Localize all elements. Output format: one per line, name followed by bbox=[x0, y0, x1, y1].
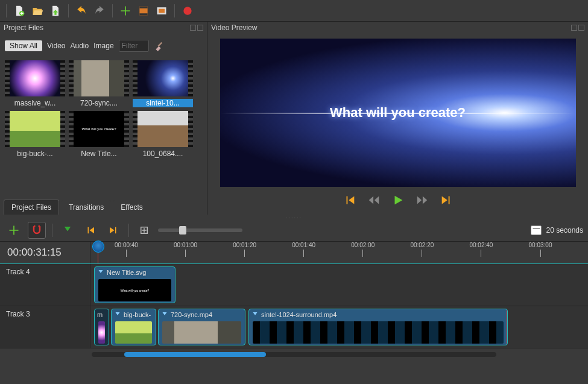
clip-sintel[interactable]: sintel-1024-surround.mp4 bbox=[248, 309, 508, 345]
fast-forward-button[interactable] bbox=[415, 193, 429, 207]
timeline-ruler[interactable]: 00:00:4000:01:0000:01:2000:01:4000:02:00… bbox=[90, 242, 588, 263]
svg-rect-7 bbox=[157, 42, 162, 46]
horizontal-splitter[interactable]: ······ bbox=[0, 215, 588, 219]
clip-label: New Title.svg bbox=[107, 269, 146, 276]
add-track-button[interactable] bbox=[5, 222, 23, 239]
thumb-label: massive_w... bbox=[5, 99, 65, 107]
playhead[interactable] bbox=[98, 242, 98, 263]
clip-label: sintel-1024-surround.mp4 bbox=[261, 311, 337, 318]
thumb-label: New Title... bbox=[69, 150, 129, 158]
filter-audio[interactable]: Audio bbox=[71, 42, 89, 50]
new-project-button[interactable] bbox=[11, 3, 27, 19]
clip-720-sync[interactable]: 720-sync.mp4 bbox=[158, 309, 245, 345]
clip-thumbnail bbox=[115, 321, 152, 344]
clip-label: big-buck- bbox=[124, 311, 151, 318]
snapping-toggle[interactable] bbox=[28, 222, 46, 239]
project-file-thumb-3[interactable]: big-buck-... bbox=[5, 111, 65, 158]
clip-thumbnail bbox=[162, 321, 241, 344]
thumb-label: big-buck-... bbox=[5, 150, 65, 158]
dock-controls-left[interactable] bbox=[190, 25, 203, 31]
thumb-label: 720-sync.... bbox=[69, 99, 129, 107]
project-file-thumb-0[interactable]: massive_w... bbox=[5, 60, 65, 107]
dock-controls-right[interactable] bbox=[571, 25, 584, 31]
ruler-tick-label: 00:03:00 bbox=[529, 242, 552, 248]
ruler-tick-label: 00:02:20 bbox=[410, 242, 434, 248]
tab-transitions[interactable]: Transitions bbox=[62, 200, 111, 215]
project-file-thumb-5[interactable]: 100_0684.... bbox=[133, 111, 193, 158]
project-files-title: Project Files bbox=[4, 24, 43, 32]
clip-thumbnail bbox=[98, 321, 105, 344]
save-project-button[interactable] bbox=[48, 3, 63, 19]
center-playhead-button[interactable] bbox=[135, 222, 153, 239]
ruler-tick-label: 00:00:40 bbox=[115, 242, 138, 248]
track-body-3[interactable]: m big-buck- 720-sync.mp4 sintel-1024-sur… bbox=[90, 306, 588, 348]
clip-label: m bbox=[97, 311, 103, 318]
ruler-tick-label: 00:02:40 bbox=[469, 242, 493, 248]
jump-start-button[interactable] bbox=[343, 193, 357, 207]
zoom-unit-selector[interactable] bbox=[531, 225, 542, 235]
preview-overlay-text: What will you create? bbox=[330, 105, 466, 121]
next-marker-button[interactable] bbox=[104, 222, 122, 239]
thumb-label: 100_0684.... bbox=[133, 150, 193, 158]
video-preview-title: Video Preview bbox=[211, 24, 258, 32]
clip-thumbnail bbox=[253, 321, 504, 344]
clip-massive[interactable]: m bbox=[94, 309, 109, 345]
clear-filter-icon[interactable] bbox=[154, 39, 166, 53]
ruler-tick-label: 00:01:40 bbox=[292, 242, 315, 248]
project-file-thumb-1[interactable]: 720-sync.... bbox=[69, 60, 129, 107]
svg-rect-2 bbox=[139, 6, 147, 8]
track-body-4[interactable]: New Title.svg What will you create? bbox=[90, 264, 588, 306]
open-project-button[interactable] bbox=[30, 3, 45, 19]
filter-image[interactable]: Image bbox=[93, 42, 113, 50]
ruler-tick-label: 00:01:00 bbox=[174, 242, 197, 248]
export-video-button[interactable] bbox=[180, 3, 195, 19]
ruler-tick-label: 00:02:00 bbox=[351, 242, 375, 248]
choose-profile-button[interactable] bbox=[136, 3, 151, 19]
import-files-button[interactable] bbox=[118, 3, 133, 19]
thumb-label: sintel-10... bbox=[133, 99, 193, 107]
rewind-button[interactable] bbox=[367, 193, 381, 207]
tab-effects[interactable]: Effects bbox=[113, 200, 150, 215]
track-header-3[interactable]: Track 3 bbox=[0, 306, 90, 348]
svg-point-6 bbox=[183, 7, 191, 14]
zoom-label: 20 seconds bbox=[546, 226, 583, 234]
previous-marker-button[interactable] bbox=[81, 222, 100, 239]
svg-rect-5 bbox=[159, 8, 165, 13]
track-header-4[interactable]: Track 4 bbox=[0, 264, 90, 306]
play-button[interactable] bbox=[391, 193, 405, 207]
redo-button[interactable] bbox=[92, 3, 107, 19]
clip-new-title[interactable]: New Title.svg What will you create? bbox=[94, 266, 175, 303]
tab-project-files[interactable]: Project Files bbox=[4, 200, 59, 215]
project-file-thumb-2[interactable]: sintel-10... bbox=[133, 60, 193, 107]
jump-end-button[interactable] bbox=[439, 193, 454, 207]
clip-thumbnail: What will you create? bbox=[98, 279, 171, 301]
fullscreen-button[interactable] bbox=[154, 3, 169, 19]
video-preview-canvas[interactable]: What will you create? bbox=[220, 39, 576, 187]
clip-label: 720-sync.mp4 bbox=[171, 311, 212, 318]
ruler-tick-label: 00:01:20 bbox=[233, 242, 256, 248]
clip-big-buck[interactable]: big-buck- bbox=[111, 309, 156, 345]
add-marker-button[interactable] bbox=[58, 222, 77, 239]
filter-input[interactable] bbox=[119, 40, 149, 52]
svg-rect-3 bbox=[139, 13, 147, 15]
project-file-thumb-4[interactable]: What will you create?New Title... bbox=[69, 111, 129, 158]
timeline-scrollbar[interactable] bbox=[92, 352, 496, 357]
filter-show-all[interactable]: Show All bbox=[5, 40, 42, 51]
timecode-display: 00:00:31:15 bbox=[0, 242, 90, 263]
zoom-slider[interactable] bbox=[158, 228, 242, 232]
undo-button[interactable] bbox=[74, 3, 89, 19]
filter-video[interactable]: Video bbox=[47, 42, 65, 50]
